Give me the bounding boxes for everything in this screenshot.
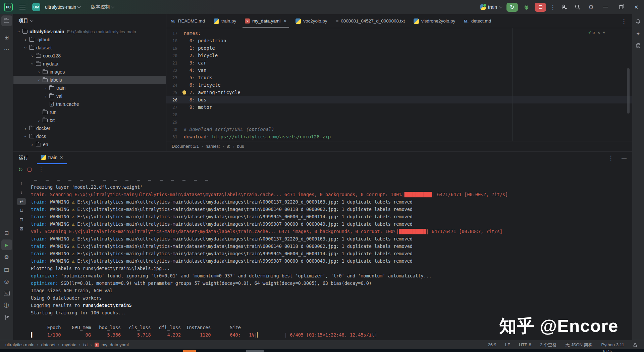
rerun-button[interactable]: ↻ <box>506 3 518 12</box>
tree-item-docker[interactable]: ›docker <box>13 124 166 132</box>
run-tab-train[interactable]: train ✕ <box>37 151 67 164</box>
code-with-me-button[interactable] <box>557 0 571 14</box>
kebab-icon[interactable]: ⋮ <box>36 166 46 173</box>
status-breadcrumb-item[interactable]: txt <box>83 342 88 347</box>
status-breadcrumb-item[interactable]: dataset <box>41 342 56 347</box>
status-widget[interactable]: 无 JSON 架构 <box>566 342 593 348</box>
clear-console-icon[interactable]: ⊠ <box>17 225 26 232</box>
tree-item-labels[interactable]: ›labels <box>13 76 166 84</box>
print-icon[interactable]: ⊟ <box>17 216 26 223</box>
debug-button[interactable] <box>521 4 531 10</box>
status-widget[interactable]: UTF-8 <box>519 342 531 347</box>
ai-assistant-button[interactable]: ✦ <box>633 28 644 39</box>
tree-item-en[interactable]: ›en <box>13 140 166 148</box>
status-widget[interactable]: Python 3.11 <box>601 342 624 347</box>
run-tool-button[interactable]: ▶ <box>1 239 12 250</box>
tree-item-ultralytics-main[interactable]: ›ultralytics-mainE:\xj\ultralytics-main\… <box>13 28 166 36</box>
project-badge-icon[interactable]: UM <box>32 3 40 11</box>
taskbar-active-app[interactable] <box>183 350 196 352</box>
status-breadcrumb-item[interactable]: mydata <box>62 342 76 347</box>
tree-item-coco128[interactable]: ›coco128 <box>13 52 166 60</box>
tree-chevron-icon[interactable]: › <box>30 61 35 67</box>
search-everywhere-button[interactable] <box>571 0 584 14</box>
tree-item-train.cache[interactable]: ?train.cache <box>13 100 166 108</box>
status-breadcrumb-item[interactable]: ultralytics-main <box>5 342 35 347</box>
tab-detect.md[interactable]: M↓detect.md <box>460 14 495 28</box>
main-menu-icon[interactable] <box>19 5 25 9</box>
tree-chevron-icon[interactable]: › <box>36 118 42 123</box>
window-minimize-button[interactable] <box>598 0 613 14</box>
tree-item-dataset[interactable]: ›dataset <box>13 44 166 52</box>
scroll-up-icon[interactable]: ↑ <box>17 180 26 187</box>
close-icon[interactable]: ✕ <box>283 19 287 24</box>
prev-problem-icon[interactable]: ˄ <box>598 31 600 35</box>
services-run-tool-button[interactable]: ◎ <box>1 276 12 287</box>
tree-chevron-icon[interactable]: › <box>16 29 21 34</box>
python-console-tool-button[interactable]: ⚙ <box>1 252 12 262</box>
tree-chevron-icon[interactable]: › <box>30 142 35 147</box>
tree-item-.github[interactable]: ›.github <box>13 36 166 44</box>
version-control-tool-button[interactable] <box>1 312 12 323</box>
tree-chevron-icon[interactable]: › <box>23 134 28 139</box>
project-panel-header[interactable]: 项目 <box>13 14 166 28</box>
tree-chevron-icon[interactable]: › <box>23 45 28 50</box>
project-selector[interactable]: ultralytics-main <box>45 4 80 10</box>
breadcrumb-item[interactable]: 8: <box>227 144 230 149</box>
taskbar-app[interactable] <box>246 350 264 352</box>
python-packages-tool-button[interactable]: ▤ <box>1 264 12 274</box>
breadcrumb-item[interactable]: names: <box>206 144 220 149</box>
structure-tool-button[interactable]: ⊞ <box>1 32 12 43</box>
hide-panel-button[interactable]: — <box>622 155 627 161</box>
problems-tool-button[interactable]: ⓘ <box>1 300 12 311</box>
tree-item-images[interactable]: ›images <box>13 68 166 76</box>
tree-chevron-icon[interactable]: › <box>43 86 48 91</box>
status-breadcrumb-item[interactable]: my_data.yaml <box>102 342 129 347</box>
breadcrumb-item[interactable]: bus <box>237 144 244 149</box>
intention-bulb-icon[interactable] <box>182 90 186 94</box>
tree-chevron-icon[interactable]: › <box>37 77 42 83</box>
vcs-selector[interactable]: 版本控制 <box>91 4 114 10</box>
soft-wrap-icon[interactable]: ↩ <box>17 198 26 205</box>
tree-item-docs[interactable]: ›docs <box>13 132 166 140</box>
scroll-to-end-icon[interactable]: ⇊ <box>17 207 26 214</box>
tree-chevron-icon[interactable]: › <box>36 70 42 75</box>
tree-item-run[interactable]: run <box>13 108 166 116</box>
run-options-icon[interactable]: ⋮ <box>606 155 615 162</box>
tree-chevron-icon[interactable]: › <box>43 94 48 99</box>
more-tools-button[interactable]: ⋯ <box>1 44 12 55</box>
notifications-button[interactable] <box>633 16 644 27</box>
tab-visdrone2yolo.py[interactable]: visdrone2yolo.py <box>409 14 460 28</box>
run-config-selector[interactable]: train <box>480 4 502 10</box>
tree-chevron-icon[interactable]: › <box>23 126 28 131</box>
inspections-widget[interactable]: ✔ 5 ˄ ˅ <box>588 30 605 35</box>
editor-scrollbar[interactable] <box>627 68 630 114</box>
tree-chevron-icon[interactable]: › <box>30 53 35 58</box>
tree-chevron-icon[interactable]: › <box>23 37 28 42</box>
tab-train.py[interactable]: train.py <box>209 14 240 28</box>
more-actions-icon[interactable]: ⋮ <box>548 4 557 11</box>
tab-0000001_04527_d_0000008.txt[interactable]: ≡0000001_04527_d_0000008.txt <box>332 14 409 28</box>
close-icon[interactable]: ✕ <box>60 155 63 160</box>
tab-README.md[interactable]: M↓README.md <box>166 14 209 28</box>
tree-item-val[interactable]: ›val <box>13 92 166 100</box>
settings-button[interactable]: ⚙ <box>584 0 598 14</box>
scroll-down-icon[interactable]: ↓ <box>17 189 26 196</box>
tab-my_data.yaml[interactable]: Ymy_data.yaml✕ <box>240 14 291 28</box>
tree-item-txt[interactable]: ›txt <box>13 116 166 124</box>
status-widget[interactable]: 2 个空格 <box>540 342 557 348</box>
window-close-button[interactable]: ✕ <box>629 0 644 14</box>
tab-voc2yolo.py[interactable]: voc2yolo.py <box>291 14 331 28</box>
code-editor[interactable]: 17names:18 0: pedestrian19 1: people20 2… <box>166 28 632 141</box>
stop-button[interactable] <box>535 3 546 12</box>
terminal-tool-button[interactable]: >_ <box>1 288 12 299</box>
unlocked-icon[interactable] <box>633 343 637 347</box>
tree-item-mydata[interactable]: ›mydata <box>13 60 166 68</box>
status-widget[interactable]: LF <box>505 342 510 347</box>
tree-item-train[interactable]: ›train <box>13 84 166 92</box>
next-problem-icon[interactable]: ˅ <box>603 31 605 35</box>
project-tool-button[interactable] <box>1 15 12 26</box>
tab-options-button[interactable]: ⋮ <box>619 14 629 28</box>
status-widget[interactable]: 26:9 <box>488 342 496 347</box>
stop-icon[interactable] <box>28 168 32 172</box>
window-restore-button[interactable] <box>613 0 629 14</box>
